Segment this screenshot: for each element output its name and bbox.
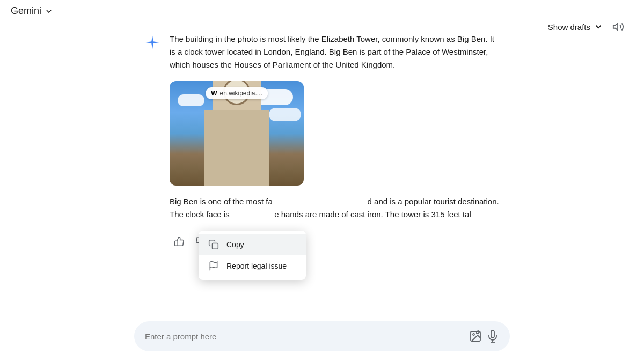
- speaker-button[interactable]: [609, 17, 628, 36]
- show-drafts-label: Show drafts: [548, 23, 590, 32]
- wikipedia-label: en.wikipedia....: [219, 90, 262, 97]
- context-menu: Copy Report legal issue: [199, 231, 306, 280]
- response-text-area: The building in the photo is most likely…: [170, 33, 499, 251]
- image-upload-icon: [469, 330, 482, 343]
- svg-point-18: [473, 334, 474, 335]
- gemini-logo[interactable]: Gemini: [11, 5, 53, 17]
- input-area: [134, 321, 510, 351]
- chevron-down-icon: [45, 7, 53, 16]
- flag-icon: [208, 261, 219, 271]
- microphone-button[interactable]: [486, 330, 499, 343]
- copy-menu-item[interactable]: Copy: [199, 234, 306, 255]
- show-drafts-button[interactable]: Show drafts: [548, 22, 603, 32]
- gemini-star-icon: [145, 35, 160, 251]
- response-paragraph-2: Big Ben is one of the most famous landma…: [170, 195, 499, 221]
- report-legal-label: Report legal issue: [226, 262, 287, 270]
- copy-icon: [208, 239, 219, 250]
- top-controls: Show drafts: [548, 17, 628, 36]
- svg-marker-0: [613, 24, 618, 31]
- input-actions: [469, 330, 499, 343]
- tower-base: [204, 110, 269, 186]
- microphone-icon: [486, 330, 499, 343]
- thumbs-up-icon: [174, 236, 185, 247]
- cloud-3: [269, 108, 301, 121]
- main-content: The building in the photo is most likely…: [134, 22, 510, 262]
- response-paragraph-1: The building in the photo is most likely…: [170, 33, 499, 71]
- image-upload-button[interactable]: [469, 330, 482, 343]
- show-drafts-chevron-icon: [594, 22, 603, 32]
- svg-rect-15: [213, 243, 218, 249]
- big-ben-image-container: W en.wikipedia....: [170, 81, 304, 186]
- prompt-input[interactable]: [145, 332, 469, 341]
- report-legal-menu-item[interactable]: Report legal issue: [199, 255, 306, 277]
- wikipedia-chip[interactable]: W en.wikipedia....: [206, 87, 268, 99]
- copy-label: Copy: [226, 240, 244, 249]
- thumbs-up-button[interactable]: [170, 232, 189, 251]
- cloud-2: [178, 94, 204, 106]
- response-block: The building in the photo is most likely…: [134, 33, 510, 251]
- wikipedia-w-icon: W: [211, 90, 217, 97]
- gemini-app-name: Gemini: [11, 5, 41, 17]
- speaker-icon: [612, 21, 624, 33]
